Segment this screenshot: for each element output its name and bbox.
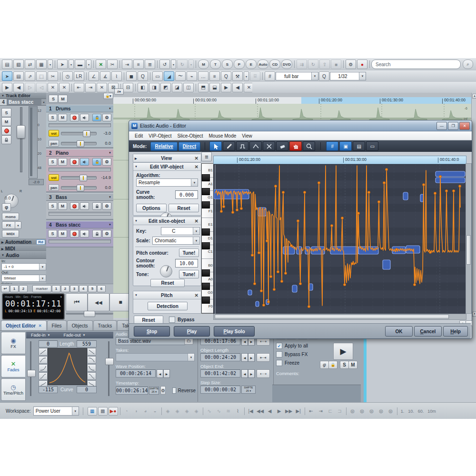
object-lock-icon[interactable]: ▭ — [152, 71, 163, 81]
piano-black-key-icon[interactable] — [202, 228, 210, 236]
object-length-spinner[interactable]: ◀▶ — [241, 353, 255, 362]
wrench-icon[interactable]: ⚒ — [232, 71, 243, 81]
pan-slider[interactable] — [61, 186, 97, 189]
playrec-icon[interactable]: ▶● — [109, 407, 118, 416]
object-lock-button[interactable]: 🔒 — [328, 361, 337, 369]
align-group-icon[interactable]: ≣ — [145, 60, 155, 69]
track-lock-button[interactable] — [92, 202, 101, 210]
piano-black-key-icon[interactable] — [202, 242, 210, 249]
range-tool-icon[interactable]: ▬ — [75, 60, 85, 69]
workspace-select[interactable]: Power User▼ — [33, 407, 79, 416]
smpte-selector[interactable]: SMPTE25 ▾ — [149, 387, 159, 395]
group-icon[interactable]: ≡ — [209, 71, 220, 81]
vol-slider-thumb[interactable] — [83, 130, 90, 137]
menu-edit[interactable]: Edit — [135, 133, 143, 139]
curve-smooth-value[interactable]: 0.000 — [175, 190, 198, 199]
slice-collapse-icon[interactable]: ▼ — [135, 219, 138, 222]
zoom-eye-1-icon[interactable]: ◎ — [348, 407, 357, 415]
fade-in-offset-field[interactable]: -115 — [39, 386, 58, 393]
zoom-preset-2[interactable]: 10. — [408, 409, 414, 414]
vol-slider[interactable] — [61, 132, 97, 135]
cpu-meter-4-icon[interactable]: ◒ — [151, 407, 159, 415]
slice-reset-button[interactable]: Reset — [150, 279, 185, 287]
hand-tool-icon[interactable] — [289, 141, 302, 151]
track-item[interactable]: 2Piano▼SM⚙vol-14.9pan0.0 — [46, 149, 113, 192]
track-lock-button[interactable] — [92, 230, 101, 238]
marker-set-icon[interactable]: ⇤ — [74, 83, 84, 92]
redo-more-icon[interactable]: ▾ — [188, 60, 194, 69]
menu-mouse-mode[interactable]: Mouse Mode — [209, 133, 237, 139]
audio-section[interactable]: ▼Audio — [0, 251, 46, 259]
fade-in-length-field[interactable]: 0 — [39, 340, 58, 347]
maximize-icon[interactable]: ❐ — [448, 122, 458, 130]
detection-button[interactable]: Detection — [148, 302, 188, 310]
punch-icon[interactable]: ⇪ — [319, 60, 330, 69]
object-length-field[interactable]: 00:00:24:20 — [200, 353, 240, 361]
object-stretch-icon[interactable]: ⇤⇥ — [257, 353, 270, 362]
zoom-tool-icon[interactable]: Q — [138, 71, 148, 81]
range-2-button[interactable]: 2 — [19, 285, 28, 292]
time-display[interactable]: Hours : Min : Sec : Frames▾ 00:01:17:11 … — [2, 293, 65, 320]
fade-in-slider[interactable] — [30, 341, 31, 396]
marker-label-button[interactable]: marker — [32, 285, 51, 292]
scale-select[interactable]: Chromatic▼ — [152, 237, 200, 245]
loop-icon[interactable]: ↻ — [308, 60, 318, 69]
cursor-tool-icon[interactable]: ➤ — [57, 60, 68, 69]
piano-black-key-icon[interactable] — [202, 297, 210, 304]
grid-icon[interactable]: # — [326, 141, 338, 151]
track-freeze-icon[interactable]: ⇉ — [297, 60, 307, 69]
obj-next-icon[interactable]: ◨ — [149, 83, 159, 92]
wave-zoom-2-icon[interactable]: ∿ — [215, 407, 223, 415]
nav-diamond-3-icon[interactable]: ◈ — [183, 407, 191, 415]
wave-zoom-3-icon[interactable]: ≋ — [224, 407, 233, 415]
menu-vip-object[interactable]: VIP-Object — [149, 133, 171, 139]
piano-black-key-icon[interactable] — [202, 283, 210, 290]
select-tool-icon[interactable] — [209, 141, 222, 151]
bypass-checkbox[interactable] — [169, 317, 175, 323]
undo-marker-button[interactable]: ↩ — [1, 285, 10, 292]
mute-button[interactable]: M — [1, 117, 11, 126]
fade-shape-in-2-icon[interactable] — [39, 356, 48, 364]
keyboard-list-icon[interactable]: ≣ — [201, 152, 212, 161]
track-lock-button[interactable] — [92, 158, 101, 166]
dialog-title-bar[interactable]: M Elastic Audio - Editor — ❐ ✕ — [129, 120, 472, 131]
cpu-meter-1-icon[interactable]: ◔ — [122, 407, 131, 415]
loop-range-icon[interactable]: ⬒ — [198, 83, 208, 92]
range-1-button[interactable]: 1 — [10, 285, 19, 292]
universal-mouse-mode-icon[interactable]: ➤ — [2, 71, 12, 81]
contour-smooth-value[interactable]: 10.00 — [175, 259, 198, 268]
minimize-icon[interactable]: — — [436, 122, 447, 130]
back-icon[interactable]: ◁ — [36, 83, 47, 92]
curve-mode-icon[interactable]: ⇗ — [25, 71, 35, 81]
bar-snap-select[interactable]: full bar▼ — [276, 72, 318, 80]
save-icon[interactable]: ▦ — [36, 60, 47, 69]
obj-split-icon[interactable]: ◫ — [183, 83, 194, 92]
range-a-icon[interactable]: ⊏ — [326, 407, 335, 415]
piano-black-key-icon[interactable] — [202, 188, 210, 195]
search-input[interactable]: Search — [371, 60, 461, 69]
mute-tool-icon[interactable]: ◼ — [126, 71, 137, 81]
audio-out-select[interactable]: StMast▼ — [1, 275, 46, 282]
pencil-tool-icon[interactable] — [223, 141, 235, 151]
wave-edit-icon[interactable]: ⌁ — [187, 71, 197, 81]
volume-fader-handle[interactable] — [17, 125, 25, 139]
object-end-move-icon[interactable]: ⇠⇢ — [257, 369, 270, 378]
cut-tool-icon[interactable] — [263, 141, 275, 151]
track-record-button[interactable] — [70, 202, 79, 210]
obj-end-icon[interactable]: ◪ — [172, 83, 182, 92]
lock-display-icon[interactable]: ▤ — [353, 141, 365, 151]
tracklist-lock-button[interactable]: 🔒▾ — [103, 93, 113, 99]
zoom-preset-1[interactable]: 1. — [401, 409, 405, 414]
wave-zoom-4-icon[interactable]: ⌇ — [234, 407, 242, 415]
object-end-spinner[interactable]: ◀▶ — [241, 369, 255, 378]
algorithm-select[interactable]: Resample▼ — [136, 178, 198, 187]
fwd-icon[interactable]: ▷ — [25, 83, 35, 92]
zoom-eye-2-icon[interactable]: ◎ — [358, 407, 367, 415]
nav-diamond-4-icon[interactable]: ◈ — [192, 407, 201, 415]
midi-button[interactable]: MIDI — [2, 230, 19, 238]
scroll-up-icon[interactable]: ▲ — [472, 94, 476, 99]
track-collapse-icon[interactable]: ▼ — [109, 107, 111, 110]
track-item[interactable]: 4Bass stacc▼SM⚙ — [46, 221, 113, 248]
track-fx-gear-icon[interactable]: ⚙ — [102, 230, 111, 238]
marker-set2-icon[interactable]: ⇥ — [85, 83, 96, 92]
